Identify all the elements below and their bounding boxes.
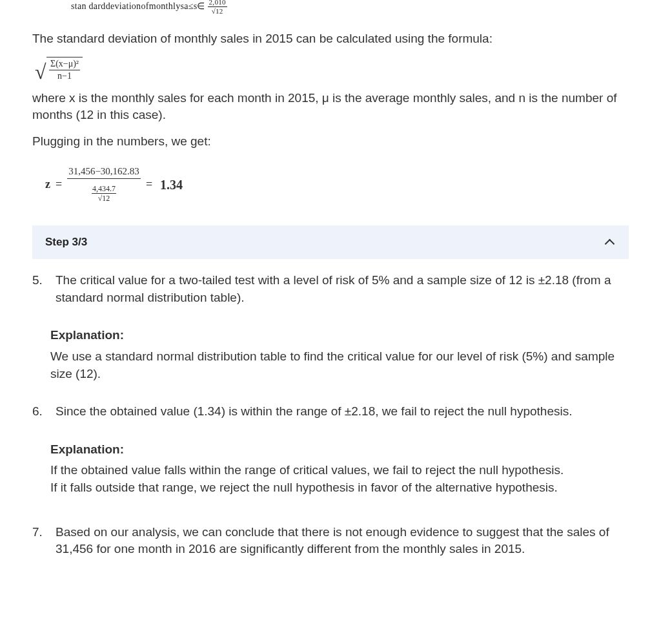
chevron-up-icon [604, 236, 616, 248]
item-5: 5. The critical value for a two-tailed t… [32, 272, 629, 306]
z-den-fraction: 4,434.7 √12 [92, 185, 116, 202]
intro-paragraph: The standard deviation of monthly sales … [32, 30, 629, 48]
item-6: 6. Since the obtained value (1.34) is wi… [32, 403, 629, 421]
step-header[interactable]: Step 3/3 [32, 225, 629, 259]
z-den-den: √12 [98, 194, 110, 202]
sd-formula-num: Σ(x−μ)² [49, 59, 80, 70]
z-eq1: = [56, 176, 62, 192]
item-5-explanation-text: We use a standard normal distribution ta… [50, 348, 629, 382]
item-7-number: 7. [32, 524, 50, 558]
item-5-explanation: Explanation: We use a standard normal di… [50, 327, 629, 382]
explanation-label: Explanation: [50, 441, 629, 459]
where-paragraph-2: Plugging in the numbers, we get: [32, 133, 629, 151]
top-formula-prefix: stan darddeviationofmonthlysa≤s∈ [71, 1, 205, 11]
sd-formula: √ Σ(x−μ)² n−1 [32, 57, 629, 81]
z-formula: z = 31,456−30,162.83 4,434.7 √12 = 1.34 [45, 167, 629, 202]
z-num: 31,456−30,162.83 [67, 167, 141, 179]
sd-formula-den: n−1 [49, 70, 80, 81]
item-5-text: The critical value for a two-tailed test… [56, 272, 629, 306]
z-lhs: z [45, 176, 50, 192]
item-6-explanation-text-line1: If the obtained value falls within the r… [50, 462, 629, 479]
item-6-explanation-text-line2: If it falls outside that range, we rejec… [50, 479, 629, 497]
explanation-label: Explanation: [50, 327, 629, 344]
item-6-text: Since the obtained value (1.34) is withi… [56, 403, 572, 421]
item-5-number: 5. [32, 272, 50, 306]
top-formula-fraction: 2,010 √12 [208, 0, 227, 15]
item-7-text: Based on our analysis, we can conclude t… [56, 524, 629, 558]
z-result: 1.34 [160, 176, 183, 194]
top-formula-num: 2,010 [208, 0, 227, 7]
top-formula-den: √12 [208, 7, 227, 15]
z-den-num: 4,434.7 [92, 185, 116, 194]
sqrt-icon: √ [35, 61, 46, 82]
item-6-explanation: Explanation: If the obtained value falls… [50, 441, 629, 497]
step-header-label: Step 3/3 [45, 234, 87, 250]
top-partial-formula: stan darddeviationofmonthlysa≤s∈ 2,010 √… [71, 0, 629, 15]
item-6-number: 6. [32, 403, 50, 421]
where-paragraph-1: where x is the monthly sales for each mo… [32, 90, 629, 124]
z-main-fraction: 31,456−30,162.83 4,434.7 √12 [67, 167, 141, 202]
z-eq2: = [146, 176, 152, 192]
item-7: 7. Based on our analysis, we can conclud… [32, 524, 629, 558]
